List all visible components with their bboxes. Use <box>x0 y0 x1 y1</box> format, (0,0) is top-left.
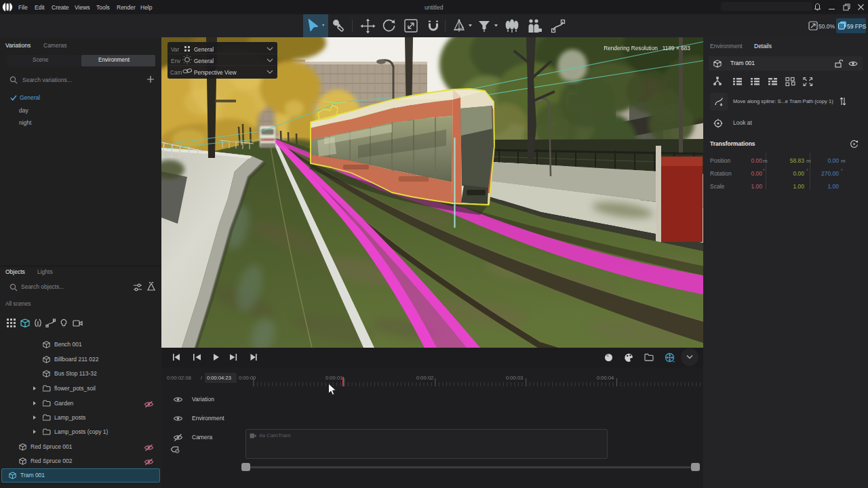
svg-text:General: General <box>194 58 214 64</box>
svg-text:Env: Env <box>171 58 181 64</box>
svg-text:Rendering Resolution 1189 ×: Rendering Resolution 1189 × 683 <box>604 45 690 52</box>
svg-text:Var: Var <box>171 47 179 53</box>
svg-text:General: General <box>194 47 214 53</box>
svg-text:Cam: Cam <box>170 70 182 76</box>
svg-text:Perspective View: Perspective View <box>194 70 237 76</box>
